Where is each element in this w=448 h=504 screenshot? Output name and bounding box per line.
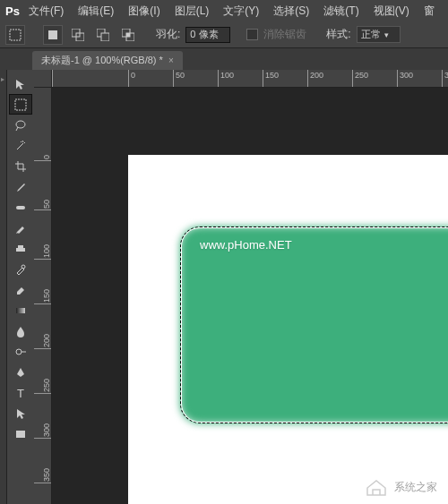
ruler-tick: 250 (34, 379, 51, 394)
canvas-area[interactable]: www.pHome.NET (52, 88, 448, 504)
subtract-selection-icon[interactable] (93, 25, 113, 45)
intersect-selection-icon[interactable] (118, 25, 138, 45)
history-brush-tool[interactable] (9, 259, 32, 279)
ruler-tick: 100 (34, 244, 51, 260)
ruler-horizontal[interactable]: 0 50 100 150 200 250 300 350 (52, 70, 448, 88)
document-tab[interactable]: 未标题-1 @ 100%(RGB/8) * × (32, 51, 183, 70)
menu-window[interactable]: 窗 (417, 4, 442, 19)
canvas[interactable]: www.pHome.NET (128, 155, 448, 504)
ruler-tick: 150 (263, 70, 279, 87)
close-icon[interactable]: × (168, 56, 174, 65)
ruler-tick: 0 (34, 155, 51, 161)
ruler-tick: 150 (34, 289, 51, 304)
blur-tool[interactable] (9, 320, 32, 341)
new-selection-icon[interactable] (43, 25, 63, 45)
ruler-tick: 50 (173, 70, 185, 87)
ruler-tick: 100 (218, 70, 234, 87)
document-tab-bar: 未标题-1 @ 100%(RGB/8) * × (0, 48, 448, 70)
style-label: 样式: (326, 27, 350, 42)
eyedropper-tool[interactable] (9, 176, 32, 197)
menu-type[interactable]: 文字(Y) (216, 4, 266, 19)
eraser-tool[interactable] (9, 279, 32, 300)
type-tool[interactable]: T (9, 382, 32, 403)
svg-rect-5 (101, 33, 109, 41)
ruler-tick: 0 (128, 70, 135, 87)
work-area: 0 50 100 150 200 250 300 350 0 50 100 15… (34, 70, 448, 504)
left-panel-strip[interactable] (0, 70, 7, 504)
pen-tool[interactable] (9, 362, 32, 382)
brush-tool[interactable] (9, 218, 32, 238)
menu-view[interactable]: 视图(V) (366, 4, 417, 19)
menu-image[interactable]: 图像(I) (121, 4, 167, 19)
move-tool[interactable] (9, 73, 32, 94)
svg-text:T: T (17, 387, 24, 399)
svg-rect-11 (16, 206, 25, 209)
ruler-tick: 250 (352, 70, 368, 87)
antialias-label: 消除锯齿 (263, 27, 306, 42)
ruler-tick: 350 (442, 70, 448, 87)
ruler-tick: 200 (307, 70, 323, 87)
site-brand-text: 系统之家 (394, 480, 437, 495)
svg-point-14 (16, 349, 22, 355)
ruler-tick: 350 (34, 468, 51, 483)
menu-select[interactable]: 选择(S) (266, 4, 316, 19)
svg-rect-13 (16, 308, 25, 313)
magic-wand-tool[interactable] (9, 135, 32, 156)
svg-rect-1 (48, 30, 57, 39)
antialias-checkbox[interactable] (246, 29, 258, 40)
ruler-vertical[interactable]: 0 50 100 150 200 250 300 350 (34, 88, 52, 504)
ruler-corner (34, 70, 52, 88)
app-logo: Ps (4, 2, 22, 20)
toolbox: T (7, 70, 34, 504)
ruler-tick: 200 (34, 334, 51, 349)
options-bar: 羽化: 消除锯齿 样式: 正常 (0, 21, 448, 48)
expand-handle-icon[interactable] (1, 72, 6, 90)
path-select-tool[interactable] (9, 403, 32, 423)
ruler-tick: 300 (34, 423, 51, 439)
feather-input[interactable] (185, 27, 230, 43)
svg-rect-9 (15, 99, 26, 110)
lasso-tool[interactable] (9, 115, 32, 135)
svg-point-10 (16, 121, 25, 128)
menu-bar: Ps 文件(F) 编辑(E) 图像(I) 图层(L) 文字(Y) 选择(S) 滤… (0, 0, 448, 21)
clone-stamp-tool[interactable] (9, 238, 32, 259)
selection-marquee (180, 226, 448, 423)
healing-brush-tool[interactable] (9, 197, 32, 218)
crop-tool[interactable] (9, 156, 32, 176)
feather-label: 羽化: (156, 27, 180, 42)
menu-layer[interactable]: 图层(L) (168, 4, 217, 19)
dodge-tool[interactable] (9, 341, 32, 362)
menu-edit[interactable]: 编辑(E) (71, 4, 121, 19)
main-area: T 0 50 100 150 200 250 300 350 0 50 100 … (0, 70, 448, 504)
gradient-tool[interactable] (9, 300, 32, 320)
marquee-tool[interactable] (9, 94, 32, 115)
document-tab-title: 未标题-1 @ 100%(RGB/8) * (41, 54, 163, 67)
add-selection-icon[interactable] (68, 25, 88, 45)
menu-filter[interactable]: 滤镜(T) (316, 4, 366, 19)
ruler-tick: 50 (34, 200, 51, 210)
site-brand: 系统之家 (364, 477, 437, 497)
svg-rect-8 (126, 33, 130, 37)
rectangle-tool[interactable] (9, 423, 32, 444)
style-select[interactable]: 正常 (357, 26, 401, 43)
svg-rect-0 (10, 30, 21, 40)
ruler-tick: 300 (397, 70, 413, 87)
house-icon (364, 477, 389, 497)
canvas-watermark: www.pHome.NET (200, 238, 292, 252)
menu-file[interactable]: 文件(F) (22, 4, 71, 19)
svg-rect-16 (16, 431, 25, 438)
ruler-tick (52, 70, 55, 87)
marquee-tool-preset-icon[interactable] (5, 25, 25, 45)
